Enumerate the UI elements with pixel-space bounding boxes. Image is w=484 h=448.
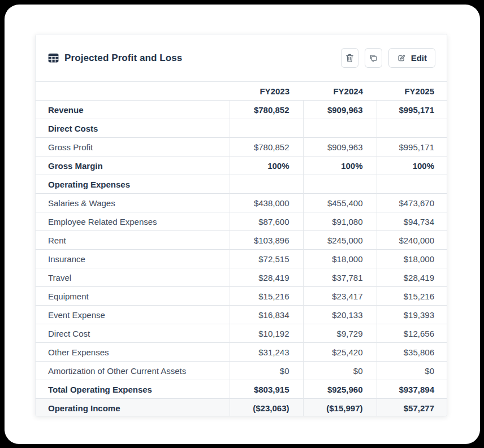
row-label: Total Operating Expenses [36,380,230,399]
row-value: $780,852 [230,101,303,119]
row-label: Direct Cost [36,324,230,343]
table-row: Salaries & Wages$438,000$455,400$473,670 [36,194,447,212]
row-value: $780,852 [230,138,303,156]
row-value: $72,515 [230,250,303,268]
row-value: ($15,997) [303,399,377,417]
table-row: Direct Cost$10,192$9,729$12,656 [36,324,447,343]
row-label: Event Expense [36,306,230,324]
row-value: $15,216 [377,287,447,306]
row-value: $12,656 [377,324,447,343]
row-value: 100% [377,156,447,175]
table-row: Travel$28,419$37,781$28,419 [36,268,447,287]
widget-header: Projected Profit and Loss [36,34,447,81]
row-label: Operating Income [36,399,230,417]
row-value: $18,000 [303,250,377,268]
row-label: Amortization of Other Current Assets [36,362,230,380]
header-empty-cell [36,82,230,101]
delete-button[interactable] [341,48,358,68]
row-value: $35,806 [377,343,447,362]
pnl-table-body: Revenue$780,852$909,963$995,171Direct Co… [36,101,447,417]
row-value: $103,896 [230,231,303,250]
widget-title: Projected Profit and Loss [64,53,182,64]
row-value: $28,419 [377,268,447,287]
row-label: Gross Margin [36,156,230,175]
row-value: $937,894 [377,380,447,399]
table-row: Employee Related Expenses$87,600$91,080$… [36,212,447,231]
edit-button-label: Edit [411,53,427,63]
row-label: Employee Related Expenses [36,212,230,231]
row-value: $240,000 [377,231,447,250]
row-value: $0 [230,362,303,380]
row-value: $455,400 [303,194,377,212]
row-value: $9,729 [303,324,377,343]
comment-icon [369,54,378,63]
row-label: Insurance [36,250,230,268]
row-value: ($23,063) [230,399,303,417]
widget-actions: Edit [341,48,435,68]
row-value: $10,192 [230,324,303,343]
row-value: $995,171 [377,101,447,119]
table-row: Rent$103,896$245,000$240,000 [36,231,447,250]
row-value: $925,960 [303,380,377,399]
table-row: Other Expenses$31,243$25,420$35,806 [36,343,447,362]
row-label: Direct Costs [36,119,230,138]
row-value: $0 [377,362,447,380]
table-row: Total Operating Expenses$803,915$925,960… [36,380,447,399]
row-label: Equipment [36,287,230,306]
table-header-row: FY2023 FY2024 FY2025 [36,82,447,101]
table-row: Gross Profit$780,852$909,963$995,171 [36,138,447,156]
row-value: $94,734 [377,212,447,231]
row-value: $909,963 [303,101,377,119]
row-label: Revenue [36,101,230,119]
edit-pencil-icon [397,54,406,63]
comment-button[interactable] [365,48,382,68]
table-icon [47,52,59,64]
row-label: Salaries & Wages [36,194,230,212]
table-row: Event Expense$16,834$20,133$19,393 [36,306,447,324]
row-value [303,175,377,194]
column-header-fy2025: FY2025 [377,82,447,101]
table-row: Direct Costs [36,119,447,138]
row-value: $245,000 [303,231,377,250]
row-value: $31,243 [230,343,303,362]
edit-button[interactable]: Edit [388,48,435,68]
title-group: Projected Profit and Loss [47,52,182,64]
trash-icon [345,54,354,63]
row-value: $438,000 [230,194,303,212]
table-row: Revenue$780,852$909,963$995,171 [36,101,447,119]
row-value: $37,781 [303,268,377,287]
row-label: Rent [36,231,230,250]
column-header-fy2024: FY2024 [303,82,377,101]
row-value: $28,419 [230,268,303,287]
row-value: $20,133 [303,306,377,324]
row-value [377,175,447,194]
row-value: $16,834 [230,306,303,324]
row-label: Operating Expenses [36,175,230,194]
row-value: $87,600 [230,212,303,231]
table-row: Amortization of Other Current Assets$0$0… [36,362,447,380]
row-label: Other Expenses [36,343,230,362]
row-value: 100% [230,156,303,175]
column-header-fy2023: FY2023 [230,82,303,101]
row-value: $57,277 [377,399,447,417]
row-value: 100% [303,156,377,175]
row-value: $803,915 [230,380,303,399]
row-value: $25,420 [303,343,377,362]
row-value [303,119,377,138]
row-value: $473,670 [377,194,447,212]
page-background: Projected Profit and Loss [5,5,480,444]
row-value [377,119,447,138]
table-row: Operating Income($23,063)($15,997)$57,27… [36,399,447,417]
table-row: Equipment$15,216$23,417$15,216 [36,287,447,306]
row-value: $995,171 [377,138,447,156]
pnl-widget-card: Projected Profit and Loss [35,34,447,416]
row-value: $19,393 [377,306,447,324]
row-value: $91,080 [303,212,377,231]
table-row: Operating Expenses [36,175,447,194]
table-row: Insurance$72,515$18,000$18,000 [36,250,447,268]
row-label: Travel [36,268,230,287]
row-value: $18,000 [377,250,447,268]
row-value: $15,216 [230,287,303,306]
pnl-table: FY2023 FY2024 FY2025 Revenue$780,852$909… [36,81,447,416]
row-value: $23,417 [303,287,377,306]
